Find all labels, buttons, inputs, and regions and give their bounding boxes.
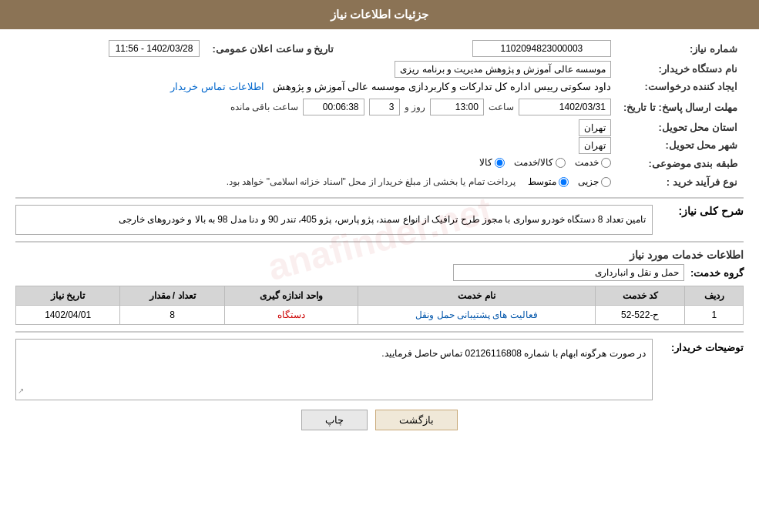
mohlat-saat-box: 13:00	[430, 99, 484, 115]
mohlat-baqi-box: 00:06:38	[303, 99, 364, 115]
cell-tedad: 8	[120, 306, 224, 325]
mohlat-date-box: 1402/03/31	[519, 99, 611, 115]
print-button[interactable]: چاپ	[301, 410, 368, 430]
ijad-konande-link[interactable]: اطلاعات تماس خریدار	[170, 81, 264, 92]
ijad-konande-value: داود سکوتی رییس اداره کل تدارکات و کاربر…	[15, 78, 617, 95]
name-dastgah-label: نام دستگاه خریدار:	[617, 60, 744, 78]
tarikh-box: 1402/03/28 - 11:56	[109, 40, 200, 57]
col-name: نام خدمت	[358, 286, 595, 306]
nooe-farayand-options: جزیی متوسط پرداخت تمام یا بخشی از مبلغ خ…	[15, 173, 617, 191]
buyer-desc-box: در صورت هرگونه ابهام با شماره 0212611680…	[15, 339, 653, 400]
services-tbody: 1 ح-522-52 فعالیت های پشتیبانی حمل ونقل …	[16, 306, 744, 325]
mohlat-saat-label: ساعت	[489, 102, 514, 112]
nooe-farayand-label: نوع فرآیند خرید :	[617, 173, 744, 191]
ostan-box: تهران	[579, 119, 611, 136]
farayand-mottavaset[interactable]: متوسط	[528, 176, 569, 187]
cell-vahed: دستگاه	[224, 306, 358, 325]
tabagheh-khedmat[interactable]: خدمت	[575, 157, 611, 168]
ostan-value: تهران	[15, 119, 617, 136]
tarikh-value: 1402/03/28 - 11:56	[15, 37, 206, 60]
table-row: 1 ح-522-52 فعالیت های پشتیبانی حمل ونقل …	[16, 306, 744, 325]
col-vahed: واحد اندازه گیری	[224, 286, 358, 306]
col-radif: ردیف	[685, 286, 744, 306]
page-wrapper: جزئیات اطلاعات نیاز anafinder.net شماره …	[0, 0, 759, 532]
sharh-koli-section: شرح کلی نیاز: تامین تعداد 8 دستگاه خودرو…	[15, 205, 744, 236]
farayand-jozei[interactable]: جزیی	[578, 176, 611, 187]
shahr-box: تهران	[579, 137, 611, 154]
services-title: اطلاعات خدمات مورد نیاز	[15, 249, 744, 261]
mohlat-row: 1402/03/31 ساعت 13:00 روز و 3 00:06:38 س…	[15, 95, 617, 119]
shmare-niaz-box: 1102094823000003	[472, 40, 611, 57]
ostan-label: استان محل تحویل:	[617, 119, 744, 136]
buyer-desc-section: توضیحات خریدار: در صورت هرگونه ابهام با …	[15, 339, 744, 400]
shmare-niaz-label: شماره نیاز:	[617, 37, 744, 60]
tabagheh-label: طبقه بندی موضوعی:	[617, 154, 744, 173]
tarikh-label: تاریخ و ساعت اعلان عمومی:	[206, 37, 340, 60]
name-dastgah-value: موسسه عالی آموزش و پژوهش مدیریت و برنامه…	[15, 60, 617, 78]
gorooh-row: گروه خدمت: حمل و نقل و انبارداری	[15, 264, 744, 281]
mohlat-rooz-label: روز و	[405, 102, 425, 112]
cell-tarikh: 1402/04/01	[16, 306, 120, 325]
buttons-row: بازگشت چاپ	[15, 410, 744, 430]
shmare-niaz-value: 1102094823000003	[340, 37, 617, 60]
col-tarikh: تاریخ نیاز	[16, 286, 120, 306]
divider-2	[15, 241, 744, 243]
gorooh-value: حمل و نقل و انبارداری	[453, 264, 684, 281]
mohlat-rooz-box: 3	[369, 99, 400, 115]
buyer-desc-value: در صورت هرگونه ابهام با شماره 0212611680…	[381, 348, 646, 359]
page-title: جزئیات اطلاعات نیاز	[331, 8, 428, 21]
mohlat-label: مهلت ارسال پاسخ: تا تاریخ:	[617, 95, 744, 119]
mohlat-baqi-label: ساعت باقی مانده	[230, 102, 298, 112]
resize-icon: ↗	[18, 384, 24, 398]
nooe-farayand-desc: پرداخت تمام یا بخشی از مبلغ خریدار از مح…	[227, 176, 516, 187]
cell-radif: 1	[685, 306, 744, 325]
cell-kod: ح-522-52	[595, 306, 685, 325]
tabagheh-options: خدمت کالا/خدمت کالا	[15, 154, 617, 173]
col-tedad: تعداد / مقدار	[120, 286, 224, 306]
gorooh-label: گروه خدمت:	[690, 267, 744, 279]
info-table-top: شماره نیاز: 1102094823000003 تاریخ و ساع…	[15, 37, 744, 191]
name-dastgah-box: موسسه عالی آموزش و پژوهش مدیریت و برنامه…	[395, 61, 611, 78]
cell-name: فعالیت های پشتیبانی حمل ونقل	[358, 306, 595, 325]
col-kod: کد خدمت	[595, 286, 685, 306]
page-header: جزئیات اطلاعات نیاز	[0, 0, 759, 29]
ijad-konande-label: ایجاد کننده درخواست:	[617, 78, 744, 95]
shahr-value: تهران	[15, 136, 617, 154]
divider-1	[15, 197, 744, 199]
services-table: ردیف کد خدمت نام خدمت واحد اندازه گیری ت…	[15, 286, 744, 325]
sharh-koli-value: تامین تعداد 8 دستگاه خودرو سواری با مجوز…	[15, 205, 653, 236]
tabagheh-kala[interactable]: کالا	[479, 157, 505, 168]
buyer-desc-label: توضیحات خریدار:	[659, 339, 744, 353]
back-button[interactable]: بازگشت	[375, 410, 458, 430]
divider-3	[15, 331, 744, 333]
main-content: anafinder.net شماره نیاز: 11020948230000…	[0, 29, 759, 447]
table-header-row: ردیف کد خدمت نام خدمت واحد اندازه گیری ت…	[16, 286, 744, 306]
ijad-konande-name: داود سکوتی رییس اداره کل تدارکات و کاربر…	[273, 81, 611, 92]
shahr-label: شهر محل تحویل:	[617, 136, 744, 154]
tabagheh-kala-khedmat[interactable]: کالا/خدمت	[514, 157, 566, 168]
sharh-koli-label: شرح کلی نیاز:	[659, 205, 744, 217]
